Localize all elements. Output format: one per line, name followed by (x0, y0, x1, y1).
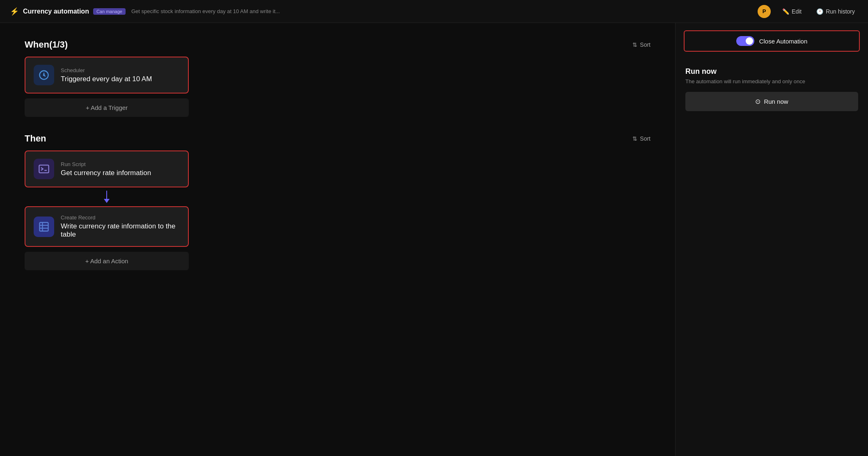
connector (25, 187, 189, 206)
create-record-value: Write currency rate information to the t… (61, 222, 180, 239)
terminal-icon (38, 163, 50, 175)
right-panel: Close Automation Run now The automation … (675, 23, 868, 456)
add-trigger-button[interactable]: + Add a Trigger (25, 98, 189, 117)
when-title: When(1/3) (25, 39, 68, 50)
connector-line (104, 191, 110, 203)
history-icon: 🕐 (816, 8, 823, 15)
scheduler-icon-container (34, 65, 54, 85)
connector-dot (106, 191, 107, 199)
app-header: ⚡ Currency automation Can manage Get spe… (0, 0, 868, 23)
run-script-value: Get currency rate information (61, 169, 151, 177)
app-icon: ⚡ (10, 7, 19, 16)
run-script-card[interactable]: Run Script Get currency rate information (25, 150, 189, 187)
edit-icon: ✏️ (782, 8, 789, 15)
header-left: ⚡ Currency automation Can manage Get spe… (10, 7, 280, 16)
then-section-header: Then ⇅ Sort (25, 133, 650, 144)
then-title: Then (25, 133, 46, 144)
clock-icon (38, 69, 50, 81)
run-history-button[interactable]: 🕐 Run history (813, 7, 858, 16)
scheduler-value: Triggered every day at 10 AM (61, 75, 152, 83)
connector-arrow (104, 199, 110, 203)
when-section: When(1/3) ⇅ Sort Scheduler Trigg (25, 39, 650, 117)
run-now-button[interactable]: ⊙ Run now (685, 92, 858, 111)
can-manage-badge: Can manage (93, 8, 126, 15)
create-record-content: Create Record Write currency rate inform… (61, 214, 180, 239)
script-icon-container (34, 159, 54, 179)
add-action-button[interactable]: + Add an Action (25, 252, 189, 270)
sort-icon: ⇅ (632, 41, 637, 48)
svg-rect-2 (39, 165, 48, 173)
svg-rect-3 (40, 222, 48, 231)
scheduler-card[interactable]: Scheduler Triggered every day at 10 AM (25, 57, 189, 93)
table-icon (38, 221, 50, 233)
sort-icon-then: ⇅ (632, 135, 637, 142)
run-now-title: Run now (685, 67, 858, 76)
create-record-label: Create Record (61, 214, 180, 221)
svg-point-1 (44, 75, 44, 75)
when-sort-button[interactable]: ⇅ Sort (632, 41, 650, 48)
avatar[interactable]: P (758, 5, 771, 18)
create-record-card[interactable]: Create Record Write currency rate inform… (25, 206, 189, 247)
main-layout: When(1/3) ⇅ Sort Scheduler Trigg (0, 23, 868, 456)
when-section-header: When(1/3) ⇅ Sort (25, 39, 650, 50)
app-subtitle: Get specific stock information every day… (131, 8, 280, 14)
app-title: Currency automation (23, 8, 89, 15)
record-icon-container (34, 217, 54, 237)
scheduler-label: Scheduler (61, 67, 152, 73)
run-now-subtitle: The automation will run immediately and … (685, 78, 858, 84)
then-section: Then ⇅ Sort Run Script Get curre (25, 133, 650, 270)
then-sort-button[interactable]: ⇅ Sort (632, 135, 650, 142)
run-now-circle-icon: ⊙ (755, 98, 760, 105)
run-script-content: Run Script Get currency rate information (61, 161, 151, 177)
close-automation-bar[interactable]: Close Automation (684, 30, 860, 52)
close-automation-label: Close Automation (759, 38, 808, 45)
canvas: When(1/3) ⇅ Sort Scheduler Trigg (0, 23, 675, 456)
scheduler-content: Scheduler Triggered every day at 10 AM (61, 67, 152, 83)
run-script-label: Run Script (61, 161, 151, 167)
header-right: P ✏️ Edit 🕐 Run history (758, 5, 858, 18)
automation-toggle[interactable] (736, 36, 754, 46)
edit-button[interactable]: ✏️ Edit (779, 7, 805, 16)
run-now-section: Run now The automation will run immediat… (676, 59, 868, 119)
